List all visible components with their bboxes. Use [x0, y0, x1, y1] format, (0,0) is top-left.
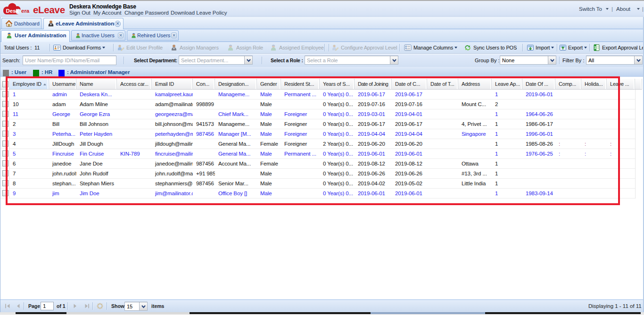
svg-text:era: era — [21, 8, 30, 14]
svg-text:Desk: Desk — [6, 8, 19, 14]
svg-text:eLeave: eLeave — [33, 4, 65, 15]
